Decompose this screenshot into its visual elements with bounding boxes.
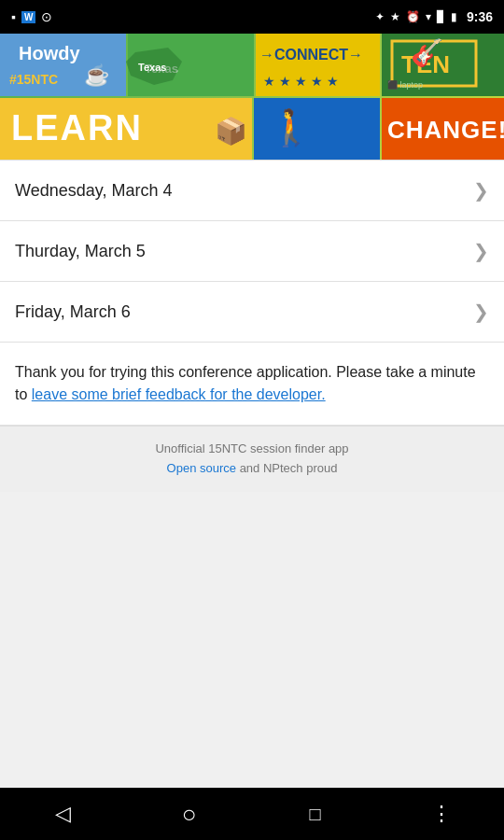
svg-text:Texas: Texas [138,62,166,73]
thursday-item[interactable]: Thurday, March 5 ❯ [0,221,504,282]
svg-text:🎸: 🎸 [411,37,443,68]
svg-text:LEARN: LEARN [11,108,143,147]
status-bar: ▪ W ⊙ ✦ ★ ⏰ ▾ ▊ ▮ 9:36 [0,0,504,34]
wednesday-chevron-icon: ❯ [473,179,489,202]
star-icon: ★ [390,10,400,23]
open-source-link[interactable]: Open source [167,461,236,475]
recents-button[interactable]: □ [292,791,339,837]
bluetooth-icon: ✦ [375,10,385,23]
time-display: 9:36 [467,9,493,24]
svg-text:CHANGE!: CHANGE! [387,116,504,144]
wednesday-item[interactable]: Wednesday, March 4 ❯ [0,161,504,221]
back-button[interactable]: ◁ [40,791,87,837]
svg-text:🚶: 🚶 [269,106,314,149]
footer: Unofficial 15NTC session finder app Open… [0,426,504,492]
svg-text:☕: ☕ [84,63,110,88]
svg-text:#15NTC: #15NTC [9,72,58,87]
signal-icon: ▊ [437,10,445,23]
menu-button[interactable]: ⋮ [418,791,465,837]
bottom-navigation: ◁ ○ □ ⋮ [0,788,504,840]
status-bar-right: ✦ ★ ⏰ ▾ ▊ ▮ 9:36 [375,9,493,24]
svg-text:⬛ laptop: ⬛ laptop [387,79,423,91]
friday-item[interactable]: Friday, March 6 ❯ [0,282,504,343]
feedback-link[interactable]: leave some brief feedback for the develo… [32,386,326,402]
overflow-menu-icon: ⋮ [431,802,452,826]
thursday-label: Thurday, March 5 [15,242,146,261]
app-icon: ⊙ [41,9,52,24]
conference-banner: Howdy Texas Texas →CONNECT→ ★ ★ ★ ★ ★ TE… [0,34,504,160]
back-icon: ◁ [55,802,71,826]
battery-icon: ▮ [451,10,457,23]
thank-you-text: Thank you for trying this conference app… [15,364,476,402]
footer-line2: and NPtech proud [236,461,337,475]
main-content: Wednesday, March 4 ❯ Thurday, March 5 ❯ … [0,160,504,492]
svg-text:Howdy: Howdy [19,43,80,63]
word-icon: W [21,11,35,23]
home-icon: ○ [182,800,197,829]
svg-text:★ ★ ★ ★ ★: ★ ★ ★ ★ ★ [263,74,339,89]
alarm-icon: ⏰ [406,10,420,23]
status-bar-left: ▪ W ⊙ [11,9,52,24]
svg-text:→CONNECT→: →CONNECT→ [259,47,363,63]
sim-icon: ▪ [11,9,16,24]
svg-text:📦: 📦 [215,116,247,147]
friday-label: Friday, March 6 [15,302,131,322]
footer-text: Unofficial 15NTC session finder app Open… [15,440,489,479]
wifi-icon: ▾ [426,10,431,23]
recents-icon: □ [309,804,320,825]
thursday-chevron-icon: ❯ [473,240,489,262]
home-button[interactable]: ○ [166,791,213,837]
thank-you-section: Thank you for trying this conference app… [0,343,504,426]
gray-fill-area [0,492,504,767]
wednesday-label: Wednesday, March 4 [15,181,172,201]
friday-chevron-icon: ❯ [473,301,489,323]
footer-line1: Unofficial 15NTC session finder app [155,441,348,455]
